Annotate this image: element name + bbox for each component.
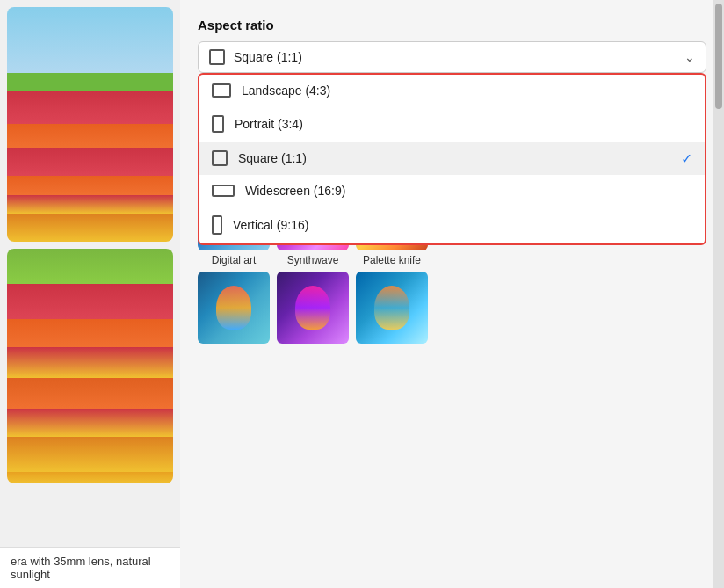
widescreen-icon bbox=[212, 185, 235, 197]
aspect-ratio-dropdown[interactable]: Square (1:1) ⌄ Landscape (4:3) Portrait … bbox=[198, 41, 706, 73]
palette-knife-label: Palette knife bbox=[363, 254, 421, 266]
balloon-5 bbox=[295, 286, 330, 330]
balloon-4 bbox=[216, 286, 251, 330]
tulip-image-bottom bbox=[7, 249, 173, 483]
square-icon bbox=[209, 49, 225, 65]
vertical-icon bbox=[212, 215, 222, 235]
dropdown-selected[interactable]: Square (1:1) ⌄ bbox=[198, 41, 706, 73]
left-panel: era with 35mm lens, natural sunlight bbox=[0, 0, 180, 588]
grid-item-row2-2[interactable] bbox=[277, 272, 349, 347]
square-option-icon bbox=[212, 150, 228, 166]
row2-2-image bbox=[277, 272, 349, 344]
portrait-icon bbox=[212, 115, 224, 133]
digital-art-label: Digital art bbox=[212, 254, 257, 266]
chevron-down-icon: ⌄ bbox=[684, 50, 695, 64]
right-panel: Aspect ratio Square (1:1) ⌄ Landscape (4… bbox=[180, 0, 724, 588]
option-portrait-label: Portrait (3:4) bbox=[235, 117, 303, 131]
option-square[interactable]: Square (1:1) ✓ bbox=[199, 142, 705, 175]
image-card-2 bbox=[7, 249, 173, 483]
option-landscape-label: Landscape (4:3) bbox=[242, 83, 330, 98]
check-icon: ✓ bbox=[681, 150, 692, 167]
row2-1-image bbox=[198, 272, 270, 344]
row2-3-image bbox=[356, 272, 428, 344]
image-card-1 bbox=[7, 7, 173, 242]
balloon-6 bbox=[374, 286, 409, 330]
popular-grid-row-2 bbox=[198, 272, 706, 347]
selected-label: Square (1:1) bbox=[234, 50, 302, 64]
dropdown-menu: Landscape (4:3) Portrait (3:4) Square (1… bbox=[198, 73, 706, 245]
scrollbar-thumb[interactable] bbox=[715, 4, 722, 109]
landscape-icon bbox=[212, 83, 231, 98]
row2-3-thumb bbox=[356, 272, 428, 344]
aspect-ratio-label: Aspect ratio bbox=[198, 18, 706, 33]
option-landscape[interactable]: Landscape (4:3) bbox=[199, 75, 705, 106]
option-vertical[interactable]: Vertical (9:16) bbox=[199, 207, 705, 243]
row2-1-thumb bbox=[198, 272, 270, 344]
scrollbar[interactable] bbox=[713, 0, 724, 588]
option-square-label: Square (1:1) bbox=[238, 151, 307, 165]
option-widescreen[interactable]: Widescreen (16:9) bbox=[199, 175, 705, 207]
row2-2-thumb bbox=[277, 272, 349, 344]
bottom-caption: era with 35mm lens, natural sunlight bbox=[0, 547, 180, 588]
grid-item-row2-1[interactable] bbox=[198, 272, 270, 347]
option-widescreen-label: Widescreen (16:9) bbox=[245, 184, 345, 198]
option-portrait[interactable]: Portrait (3:4) bbox=[199, 106, 705, 142]
synthwave-label: Synthwave bbox=[287, 254, 339, 266]
tulip-image-top bbox=[7, 7, 173, 242]
option-vertical-label: Vertical (9:16) bbox=[233, 218, 308, 232]
grid-item-row2-3[interactable] bbox=[356, 272, 428, 347]
